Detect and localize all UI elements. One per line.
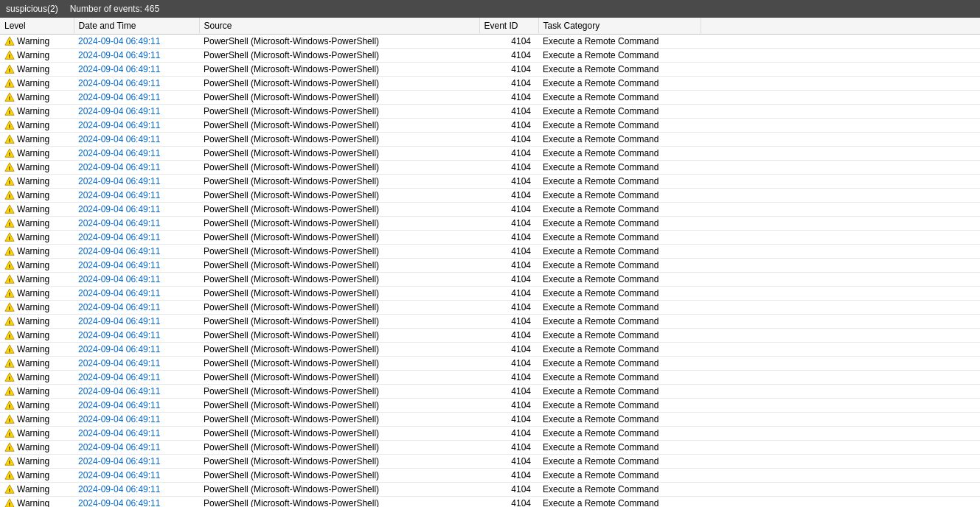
table-row[interactable]: ! Warning 2024-09-04 06:49:11PowerShell …: [0, 63, 980, 77]
datetime-link[interactable]: 2024-09-04 06:49:11: [78, 484, 160, 494]
table-row[interactable]: ! Warning 2024-09-04 06:49:11PowerShell …: [0, 441, 980, 455]
datetime-cell[interactable]: 2024-09-04 06:49:11: [74, 427, 199, 441]
table-row[interactable]: ! Warning 2024-09-04 06:49:11PowerShell …: [0, 301, 980, 315]
table-row[interactable]: ! Warning 2024-09-04 06:49:11PowerShell …: [0, 175, 980, 189]
datetime-link[interactable]: 2024-09-04 06:49:11: [78, 232, 160, 242]
datetime-cell[interactable]: 2024-09-04 06:49:11: [74, 399, 199, 413]
datetime-link[interactable]: 2024-09-04 06:49:11: [78, 372, 160, 382]
table-row[interactable]: ! Warning 2024-09-04 06:49:11PowerShell …: [0, 273, 980, 287]
datetime-link[interactable]: 2024-09-04 06:49:11: [78, 316, 160, 326]
datetime-link[interactable]: 2024-09-04 06:49:11: [78, 330, 160, 340]
table-row[interactable]: ! Warning 2024-09-04 06:49:11PowerShell …: [0, 329, 980, 343]
datetime-link[interactable]: 2024-09-04 06:49:11: [78, 92, 160, 102]
datetime-cell[interactable]: 2024-09-04 06:49:11: [74, 455, 199, 469]
column-header-source[interactable]: Source: [199, 18, 479, 35]
table-row[interactable]: ! Warning 2024-09-04 06:49:11PowerShell …: [0, 77, 980, 91]
table-row[interactable]: ! Warning 2024-09-04 06:49:11PowerShell …: [0, 203, 980, 217]
datetime-cell[interactable]: 2024-09-04 06:49:11: [74, 273, 199, 287]
datetime-link[interactable]: 2024-09-04 06:49:11: [78, 302, 160, 312]
datetime-link[interactable]: 2024-09-04 06:49:11: [78, 400, 160, 410]
table-row[interactable]: ! Warning 2024-09-04 06:49:11PowerShell …: [0, 287, 980, 301]
datetime-link[interactable]: 2024-09-04 06:49:11: [78, 190, 160, 200]
datetime-cell[interactable]: 2024-09-04 06:49:11: [74, 77, 199, 91]
datetime-cell[interactable]: 2024-09-04 06:49:11: [74, 371, 199, 385]
table-row[interactable]: ! Warning 2024-09-04 06:49:11PowerShell …: [0, 357, 980, 371]
datetime-cell[interactable]: 2024-09-04 06:49:11: [74, 35, 199, 49]
datetime-link[interactable]: 2024-09-04 06:49:11: [78, 218, 160, 228]
datetime-link[interactable]: 2024-09-04 06:49:11: [78, 442, 160, 452]
datetime-link[interactable]: 2024-09-04 06:49:11: [78, 344, 160, 354]
datetime-link[interactable]: 2024-09-04 06:49:11: [78, 106, 160, 116]
datetime-cell[interactable]: 2024-09-04 06:49:11: [74, 119, 199, 133]
datetime-link[interactable]: 2024-09-04 06:49:11: [78, 148, 160, 158]
table-row[interactable]: ! Warning 2024-09-04 06:49:11PowerShell …: [0, 371, 980, 385]
datetime-link[interactable]: 2024-09-04 06:49:11: [78, 456, 160, 466]
table-row[interactable]: ! Warning 2024-09-04 06:49:11PowerShell …: [0, 245, 980, 259]
datetime-link[interactable]: 2024-09-04 06:49:11: [78, 470, 160, 480]
datetime-cell[interactable]: 2024-09-04 06:49:11: [74, 259, 199, 273]
datetime-cell[interactable]: 2024-09-04 06:49:11: [74, 497, 199, 508]
datetime-cell[interactable]: 2024-09-04 06:49:11: [74, 301, 199, 315]
table-row[interactable]: ! Warning 2024-09-04 06:49:11PowerShell …: [0, 189, 980, 203]
datetime-cell[interactable]: 2024-09-04 06:49:11: [74, 175, 199, 189]
datetime-cell[interactable]: 2024-09-04 06:49:11: [74, 483, 199, 497]
table-row[interactable]: ! Warning 2024-09-04 06:49:11PowerShell …: [0, 49, 980, 63]
datetime-cell[interactable]: 2024-09-04 06:49:11: [74, 441, 199, 455]
datetime-cell[interactable]: 2024-09-04 06:49:11: [74, 231, 199, 245]
datetime-cell[interactable]: 2024-09-04 06:49:11: [74, 357, 199, 371]
column-header-level[interactable]: Level: [0, 18, 74, 35]
datetime-link[interactable]: 2024-09-04 06:49:11: [78, 358, 160, 368]
table-row[interactable]: ! Warning 2024-09-04 06:49:11PowerShell …: [0, 105, 980, 119]
datetime-cell[interactable]: 2024-09-04 06:49:11: [74, 469, 199, 483]
table-row[interactable]: ! Warning 2024-09-04 06:49:11PowerShell …: [0, 315, 980, 329]
table-row[interactable]: ! Warning 2024-09-04 06:49:11PowerShell …: [0, 413, 980, 427]
datetime-link[interactable]: 2024-09-04 06:49:11: [78, 386, 160, 396]
table-row[interactable]: ! Warning 2024-09-04 06:49:11PowerShell …: [0, 469, 980, 483]
datetime-cell[interactable]: 2024-09-04 06:49:11: [74, 105, 199, 119]
table-row[interactable]: ! Warning 2024-09-04 06:49:11PowerShell …: [0, 35, 980, 49]
datetime-cell[interactable]: 2024-09-04 06:49:11: [74, 343, 199, 357]
datetime-cell[interactable]: 2024-09-04 06:49:11: [74, 329, 199, 343]
datetime-cell[interactable]: 2024-09-04 06:49:11: [74, 63, 199, 77]
column-header-eventid[interactable]: Event ID: [479, 18, 538, 35]
datetime-link[interactable]: 2024-09-04 06:49:11: [78, 64, 160, 74]
datetime-cell[interactable]: 2024-09-04 06:49:11: [74, 245, 199, 259]
datetime-link[interactable]: 2024-09-04 06:49:11: [78, 204, 160, 214]
datetime-cell[interactable]: 2024-09-04 06:49:11: [74, 203, 199, 217]
datetime-cell[interactable]: 2024-09-04 06:49:11: [74, 91, 199, 105]
datetime-cell[interactable]: 2024-09-04 06:49:11: [74, 287, 199, 301]
datetime-link[interactable]: 2024-09-04 06:49:11: [78, 274, 160, 284]
table-row[interactable]: ! Warning 2024-09-04 06:49:11PowerShell …: [0, 133, 980, 147]
table-row[interactable]: ! Warning 2024-09-04 06:49:11PowerShell …: [0, 231, 980, 245]
datetime-link[interactable]: 2024-09-04 06:49:11: [78, 288, 160, 298]
column-header-taskcategory[interactable]: Task Category: [538, 18, 701, 35]
datetime-link[interactable]: 2024-09-04 06:49:11: [78, 36, 160, 46]
table-row[interactable]: ! Warning 2024-09-04 06:49:11PowerShell …: [0, 119, 980, 133]
datetime-cell[interactable]: 2024-09-04 06:49:11: [74, 147, 199, 161]
datetime-cell[interactable]: 2024-09-04 06:49:11: [74, 49, 199, 63]
datetime-cell[interactable]: 2024-09-04 06:49:11: [74, 413, 199, 427]
table-row[interactable]: ! Warning 2024-09-04 06:49:11PowerShell …: [0, 483, 980, 497]
datetime-cell[interactable]: 2024-09-04 06:49:11: [74, 161, 199, 175]
table-row[interactable]: ! Warning 2024-09-04 06:49:11PowerShell …: [0, 343, 980, 357]
datetime-link[interactable]: 2024-09-04 06:49:11: [78, 260, 160, 270]
table-row[interactable]: ! Warning 2024-09-04 06:49:11PowerShell …: [0, 455, 980, 469]
datetime-link[interactable]: 2024-09-04 06:49:11: [78, 134, 160, 144]
table-row[interactable]: ! Warning 2024-09-04 06:49:11PowerShell …: [0, 385, 980, 399]
datetime-cell[interactable]: 2024-09-04 06:49:11: [74, 315, 199, 329]
table-row[interactable]: ! Warning 2024-09-04 06:49:11PowerShell …: [0, 497, 980, 508]
table-row[interactable]: ! Warning 2024-09-04 06:49:11PowerShell …: [0, 147, 980, 161]
datetime-link[interactable]: 2024-09-04 06:49:11: [78, 176, 160, 186]
datetime-link[interactable]: 2024-09-04 06:49:11: [78, 246, 160, 256]
table-row[interactable]: ! Warning 2024-09-04 06:49:11PowerShell …: [0, 217, 980, 231]
table-row[interactable]: ! Warning 2024-09-04 06:49:11PowerShell …: [0, 91, 980, 105]
column-header-datetime[interactable]: Date and Time: [74, 18, 199, 35]
datetime-cell[interactable]: 2024-09-04 06:49:11: [74, 217, 199, 231]
table-row[interactable]: ! Warning 2024-09-04 06:49:11PowerShell …: [0, 427, 980, 441]
datetime-link[interactable]: 2024-09-04 06:49:11: [78, 414, 160, 424]
datetime-link[interactable]: 2024-09-04 06:49:11: [78, 162, 160, 172]
table-row[interactable]: ! Warning 2024-09-04 06:49:11PowerShell …: [0, 259, 980, 273]
table-row[interactable]: ! Warning 2024-09-04 06:49:11PowerShell …: [0, 399, 980, 413]
table-row[interactable]: ! Warning 2024-09-04 06:49:11PowerShell …: [0, 161, 980, 175]
datetime-cell[interactable]: 2024-09-04 06:49:11: [74, 385, 199, 399]
